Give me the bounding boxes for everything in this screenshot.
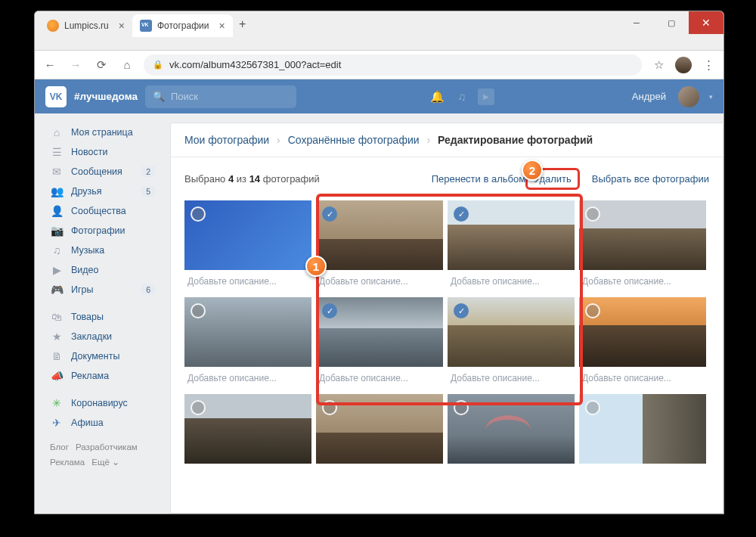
select-checkbox[interactable] [322, 400, 337, 415]
sidebar-item-goods[interactable]: 🛍Товары [45, 307, 160, 327]
caption-input[interactable]: Добавьте описание... [448, 367, 575, 390]
play-icon[interactable]: ▶ [478, 88, 494, 105]
header-hashtag[interactable]: #лучшедома [74, 91, 138, 102]
breadcrumb-link[interactable]: Мои фотографии [184, 134, 269, 146]
music-icon[interactable]: ♫ [454, 88, 470, 105]
browser-titlebar: Lumpics.ru × Фотографии × + ─ ▢ ✕ [35, 11, 723, 51]
badge: 6 [141, 284, 155, 295]
ads-icon: 📣 [50, 370, 64, 382]
sidebar-item-events[interactable]: ✈Афиша [45, 413, 160, 433]
caption-input[interactable]: Добавьте описание... [448, 270, 575, 293]
bookmark-star-icon[interactable]: ☆ [649, 56, 668, 74]
photo-thumb[interactable]: ✓ [448, 297, 575, 367]
footer-more-link[interactable]: Ещё ⌄ [91, 458, 119, 467]
sidebar-item-games[interactable]: 🎮Игры6 [45, 280, 160, 300]
photo-thumb[interactable] [448, 394, 575, 464]
photo-thumb[interactable] [184, 200, 311, 270]
sidebar-item-friends[interactable]: 👥Друзья5 [45, 182, 160, 201]
caption-input[interactable]: Добавьте описание... [316, 367, 443, 390]
new-tab-button[interactable]: + [233, 14, 253, 34]
main-panel: Мои фотографии › Сохранённые фотографии … [170, 123, 723, 514]
select-checkbox[interactable] [585, 303, 600, 318]
browser-menu-button[interactable]: ⋮ [699, 56, 717, 74]
select-checkbox[interactable]: ✓ [454, 303, 469, 318]
nav-reload-button[interactable]: ⟳ [92, 56, 110, 74]
sidebar-item-messages[interactable]: ✉Сообщения2 [45, 162, 160, 182]
sidebar-item-coronavirus[interactable]: ✳Коронавирус [45, 393, 160, 413]
sidebar-item-label: Новости [71, 147, 107, 157]
select-checkbox[interactable] [191, 400, 206, 415]
caption-input[interactable]: Добавьте описание... [184, 367, 311, 390]
photo-thumb[interactable] [579, 394, 706, 464]
sidebar-item-ads[interactable]: 📣Реклама [45, 366, 160, 386]
breadcrumb: Мои фотографии › Сохранённые фотографии … [171, 123, 723, 157]
select-checkbox[interactable]: ✓ [454, 206, 469, 222]
caption-input[interactable]: Добавьте описание... [316, 270, 443, 293]
footer-blog-link[interactable]: Блог [50, 442, 69, 452]
select-all-button[interactable]: Выбрать все фотографии [592, 173, 709, 185]
sidebar-item-label: Афиша [71, 417, 104, 428]
music-icon: ♫ [50, 244, 64, 256]
window-maximize-button[interactable]: ▢ [654, 11, 689, 34]
footer-ads-link[interactable]: Реклама [50, 458, 85, 467]
tab-close-icon[interactable]: × [119, 20, 125, 32]
url-field[interactable]: 🔒 vk.com/album432567381_000?act=edit [144, 54, 642, 76]
selection-bar: Выбрано 4 из 14 фотографий Перенести в а… [171, 157, 723, 200]
nav-home-button[interactable]: ⌂ [118, 56, 136, 74]
sidebar-item-music[interactable]: ♫Музыка [45, 241, 160, 260]
sidebar-item-bookmarks[interactable]: ★Закладки [45, 327, 160, 346]
notifications-icon[interactable]: 🔔 [429, 88, 446, 105]
header-avatar[interactable] [678, 86, 699, 107]
favicon-vk [140, 20, 152, 32]
sidebar-item-photos[interactable]: 📷Фотографии [45, 221, 160, 241]
select-checkbox[interactable]: ✓ [322, 206, 337, 222]
browser-tab-lumpics[interactable]: Lumpics.ru × [39, 14, 132, 37]
annotation-step-2: 2 [522, 160, 543, 181]
sel-total: 14 [249, 173, 260, 185]
sidebar-item-documents[interactable]: 🗎Документы [45, 346, 160, 366]
window-minimize-button[interactable]: ─ [619, 11, 654, 34]
window-close-button[interactable]: ✕ [689, 11, 723, 34]
sidebar-item-news[interactable]: ☰Новости [45, 142, 160, 162]
select-checkbox[interactable] [585, 206, 600, 222]
footer-devs-link[interactable]: Разработчикам [76, 442, 138, 452]
photo-thumb[interactable]: ✓ [448, 200, 575, 270]
photo-thumb[interactable] [184, 297, 311, 367]
caption-input[interactable]: Добавьте описание... [579, 270, 706, 293]
nav-forward-button[interactable]: → [67, 56, 85, 74]
browser-tab-photos[interactable]: Фотографии × [132, 14, 233, 37]
caption-input[interactable]: Добавьте описание... [184, 270, 311, 293]
photo-thumb[interactable] [316, 394, 443, 464]
sidebar-item-label: Реклама [71, 371, 109, 381]
search-input[interactable]: 🔍 Поиск [145, 85, 296, 108]
photo-thumb[interactable]: ✓ [316, 200, 443, 270]
profile-avatar[interactable] [675, 57, 692, 73]
nav-back-button[interactable]: ← [41, 56, 59, 74]
sidebar-item-label: Друзья [71, 186, 102, 197]
sidebar-item-communities[interactable]: 👤Сообщества [45, 201, 160, 221]
select-checkbox[interactable]: ✓ [322, 303, 337, 318]
sidebar-item-my-page[interactable]: ⌂Моя страница [45, 123, 160, 142]
header-username[interactable]: Андрей [632, 91, 666, 102]
favicon-lumpics [47, 20, 59, 32]
tab-close-icon[interactable]: × [218, 20, 225, 32]
caption-input[interactable]: Добавьте описание... [579, 367, 706, 390]
select-checkbox[interactable] [454, 400, 469, 415]
select-checkbox[interactable] [191, 303, 206, 318]
badge: 5 [141, 186, 155, 197]
select-checkbox[interactable] [585, 400, 600, 415]
photo-thumb[interactable]: ✓ [316, 297, 443, 367]
vk-logo[interactable]: VK [45, 86, 67, 107]
photo-thumb[interactable] [579, 200, 706, 270]
photo-thumb[interactable] [184, 394, 311, 464]
sidebar-item-label: Документы [71, 351, 119, 362]
goods-icon: 🛍 [50, 311, 64, 323]
chevron-down-icon[interactable]: ▾ [709, 93, 713, 101]
move-to-album-button[interactable]: Перенести в альбом [432, 173, 526, 185]
browser-address-bar: ← → ⟳ ⌂ 🔒 vk.com/album432567381_000?act=… [35, 51, 723, 79]
photo-thumb[interactable] [579, 297, 706, 367]
breadcrumb-link[interactable]: Сохранённые фотографии [288, 134, 420, 146]
sidebar-item-label: Товары [71, 312, 104, 322]
select-checkbox[interactable] [191, 206, 206, 222]
sidebar-item-video[interactable]: ▶Видео [45, 260, 160, 280]
